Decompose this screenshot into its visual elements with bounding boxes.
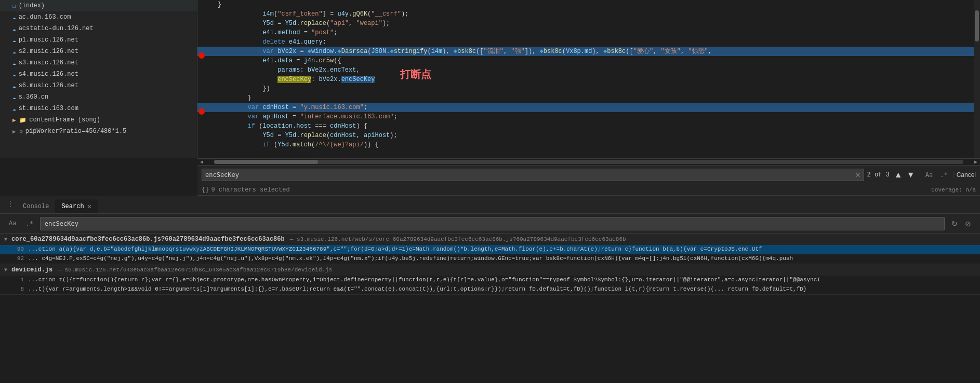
file-icon: ☐ [12, 3, 16, 9]
file-tree: ☐ (index) ☁ ac.dun.163.com ☁ acstatic-du… [0, 0, 197, 158]
cloud-icon: ☁ [12, 14, 16, 21]
code-line: i4m["csrf_token"] = u4y.gQ6K("__csrf"); [197, 9, 980, 19]
search-cancel-button[interactable]: Cancel [957, 171, 976, 179]
file-tree-item-s3music[interactable]: ☁ s3.music.126.net [0, 57, 197, 69]
line-content: if (Y5d.match(/^\/(we)?api/)) { [216, 140, 980, 149]
file-tree-label: (index) [19, 2, 45, 9]
search-prev-button[interactable]: ▲ [893, 169, 904, 181]
result-item[interactable]: 92 ... c4g=NEJ.P,ex5C=c4g("nej.g"),u4y=c… [0, 254, 980, 264]
refresh-search-button[interactable]: ↻ [949, 218, 960, 229]
line-content: delete e4i.query; [216, 37, 980, 47]
file-tree-item-index[interactable]: ☐ (index) [0, 0, 197, 11]
gear-icon: ▶ ⚙ [12, 128, 23, 135]
file-tree-label: st.music.163.com [19, 105, 78, 112]
line-content: e4i.data = j4n.cr5w({ [216, 56, 980, 65]
file-tree-label: p1.music.126.net [19, 36, 78, 44]
search-next-button[interactable]: ▼ [905, 169, 917, 181]
regex-toggle[interactable]: .* [23, 219, 35, 228]
result-filename: deviceid.js [11, 266, 52, 273]
code-line: var apiHost = "interface.music.163.com"; [197, 112, 980, 121]
result-filepath: — s6.music.126.net/643e5ac3afbaa12ec0719… [58, 267, 332, 273]
line-content: var apiHost = "interface.music.163.com"; [216, 112, 980, 121]
file-tree-item-s6music[interactable]: ☁ s6.music.126.net [0, 80, 197, 91]
result-group: ▼ core_60a2789634d9aacfbe3fec6cc63ac86b.… [0, 234, 980, 264]
result-line-num: 90 [12, 246, 28, 252]
file-tree-item-s360[interactable]: ☁ s.360.cn [0, 91, 197, 103]
line-content: Y5d = Y5d.replace("api", "weapi"); [216, 19, 980, 28]
file-tree-label: s4.music.126.net [19, 71, 78, 78]
tab-search[interactable]: Search ✕ [55, 199, 98, 213]
result-item[interactable]: 8 ...t){var r=arguments.length>1&&void 0… [0, 285, 980, 294]
file-tree-item-p1music[interactable]: ☁ p1.music.126.net [0, 34, 197, 46]
line-content: } [216, 93, 980, 103]
divider [953, 171, 953, 179]
cloud-icon: ☁ [12, 37, 16, 44]
code-line: }) [197, 84, 980, 93]
match-case-button[interactable]: Aa [923, 171, 935, 179]
search-clear-icon[interactable]: ✕ [855, 170, 860, 180]
result-file-header[interactable]: ▼ deviceid.js — s6.music.126.net/643e5ac… [0, 264, 980, 276]
editor-search-input[interactable] [205, 171, 853, 179]
code-line-breakpoint: var bVe2x = ◆window.◆Dasrsea(JSON.◆strin… [197, 47, 980, 56]
result-file-header[interactable]: ▼ core_60a2789634d9aacfbe3fec6cc63ac86b.… [0, 234, 980, 245]
file-tree-label: s2.music.126.net [19, 48, 78, 55]
bottom-panel: ⋮ Console Search ✕ Aa .* ↻ ⊘ ▼ cor [0, 196, 980, 381]
line-content: encSecKey: bVe2x.encSecKey [216, 75, 980, 84]
scroll-right-arrow[interactable]: ▶ [972, 158, 980, 166]
result-item[interactable]: 1 ...ction t(){t=function(){return r};va… [0, 276, 980, 285]
result-line-content: ...ction t(){t=function(){return r};var … [28, 277, 820, 283]
file-tree-item-acstatic[interactable]: ☁ acstatic-dun.126.net [0, 23, 197, 34]
scrollbar-track[interactable] [214, 160, 963, 164]
line-content: params: bVe2x.encText, [216, 65, 980, 75]
tab-close-icon[interactable]: ✕ [87, 202, 91, 211]
annotation-label: 打断点 [400, 67, 431, 81]
line-content: var bVe2x = ◆window.◆Dasrsea(JSON.◆strin… [216, 47, 980, 56]
file-tree-label: pipWorker?ratio=456/480*1.5 [25, 128, 126, 135]
file-tree-item-s4music[interactable]: ☁ s4.music.126.net [0, 69, 197, 80]
file-tree-item-stmusic[interactable]: ☁ st.music.163.com [0, 103, 197, 114]
line-content: var cdnHost = "y.music.163.com"; [216, 103, 980, 112]
scrollbar-thumb[interactable] [214, 160, 318, 164]
result-line-content: ... c4g=NEJ.P,ex5C=c4g("nej.g"),u4y=c4g(… [28, 255, 793, 262]
editor-search-input-container: ✕ [202, 169, 864, 181]
tab-search-label: Search [61, 203, 84, 210]
code-line: if (location.host === cdnHost) { [197, 121, 980, 131]
results-area[interactable]: ▼ core_60a2789634d9aacfbe3fec6cc63ac86b.… [0, 234, 980, 381]
search-match-count: 2 of 3 [867, 171, 890, 179]
line-content: }) [216, 84, 980, 93]
editor-search-bar: ✕ 2 of 3 ▲ ▼ Aa .* Cancel [197, 166, 980, 184]
tab-bar: ⋮ Console Search ✕ [0, 196, 980, 214]
code-line: if (Y5d.match(/^\/(we)?api/)) { [197, 140, 980, 149]
chevron-down-icon: ▼ [4, 237, 7, 242]
code-editor: } i4m["csrf_token"] = u4y.gQ6K("__csrf")… [197, 0, 980, 158]
selected-info-bar: {} 9 characters selected Coverage: n/a [197, 184, 980, 196]
file-tree-item-pipworker[interactable]: ▶ ⚙ pipWorker?ratio=456/480*1.5 [0, 126, 197, 137]
cloud-icon: ☁ [12, 94, 16, 101]
line-content: i4m["csrf_token"] = u4y.gQ6K("__csrf"); [216, 9, 980, 19]
scroll-left-arrow[interactable]: ◀ [197, 158, 206, 166]
file-tree-item-s2music[interactable]: ☁ s2.music.126.net [0, 46, 197, 57]
result-line-content: ...t){var r=arguments.length>1&&void 0!=… [28, 286, 806, 292]
bottom-search-input[interactable] [40, 217, 945, 230]
code-area: ☐ (index) ☁ ac.dun.163.com ☁ acstatic-du… [0, 0, 980, 158]
cloud-icon: ☁ [12, 83, 16, 89]
file-tree-label: contentFrame (song) [29, 116, 100, 124]
match-case-toggle[interactable]: Aa [6, 219, 19, 228]
result-item[interactable]: 90 ...ction a(a){var d,e,b="abcdefghijkl… [0, 245, 980, 254]
file-tree-label: s3.music.126.net [19, 59, 78, 66]
divider [920, 171, 920, 179]
tab-console[interactable]: Console [17, 199, 55, 213]
code-line: } [197, 0, 980, 9]
search-panel: Aa .* ↻ ⊘ ▼ core_60a2789634d9aacfbe3fec6… [0, 214, 980, 381]
clear-search-button[interactable]: ⊘ [962, 218, 974, 229]
cloud-icon: ☁ [12, 25, 16, 32]
horizontal-scrollbar[interactable]: ◀ ▶ [197, 158, 980, 166]
file-tree-item-contentframe[interactable]: ▶ 📁 contentFrame (song) [0, 114, 197, 126]
file-tree-item-ac-dun[interactable]: ☁ ac.dun.163.com [0, 11, 197, 23]
cloud-icon: ☁ [12, 60, 16, 66]
folder-icon: ▶ 📁 [12, 117, 27, 124]
code-line: e4i.data = j4n.cr5w({ [197, 56, 980, 65]
panel-menu-icon[interactable]: ⋮ [4, 195, 17, 213]
code-line: delete e4i.query; [197, 37, 980, 47]
regex-button[interactable]: .* [938, 171, 949, 179]
